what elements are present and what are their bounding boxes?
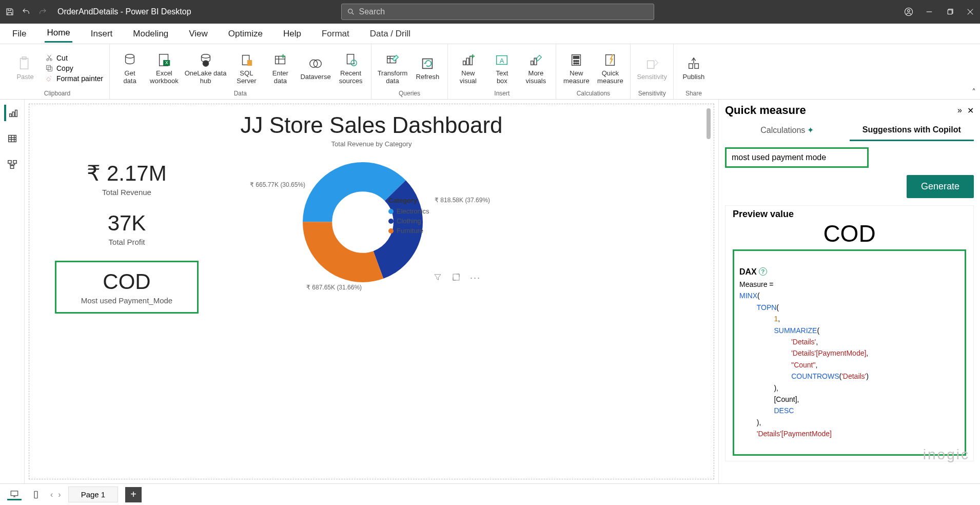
ribbon: Paste Cut Copy Format painter Clipboard … — [0, 44, 980, 100]
minimize-icon[interactable] — [925, 7, 934, 16]
menu-file[interactable]: File — [10, 26, 28, 42]
copy-button[interactable]: Copy — [45, 64, 103, 72]
kpi-total-profit[interactable]: 37K Total Profit — [55, 211, 199, 246]
more-visuals-button[interactable]: More visuals — [522, 51, 550, 85]
page-tab-1[interactable]: Page 1 — [68, 487, 119, 502]
menu-home[interactable]: Home — [45, 25, 72, 43]
copilot-prompt-input[interactable] — [725, 147, 869, 168]
cut-button[interactable]: Cut — [45, 54, 103, 62]
ribbon-group-data: Get data XExcel workbook OneLake data hu… — [110, 44, 371, 99]
ribbon-group-clipboard: Paste Cut Copy Format painter Clipboard — [5, 44, 110, 99]
legend-item-clothing[interactable]: Clothing — [388, 217, 429, 225]
format-painter-button[interactable]: Format painter — [45, 74, 103, 83]
dataverse-icon — [307, 55, 324, 72]
titlebar: OrderAndDetails - Power BI Desktop Searc… — [0, 0, 980, 24]
donut-label-clothing: ₹ 687.65K (31.66%) — [306, 284, 362, 291]
account-icon[interactable] — [904, 7, 913, 16]
onelake-button[interactable]: OneLake data hub — [185, 51, 227, 85]
kpi-total-revenue[interactable]: ₹ 2.17M Total Revenue — [55, 161, 199, 197]
scrollbar-thumb[interactable] — [707, 108, 711, 139]
svg-rect-49 — [13, 161, 16, 164]
svg-text:A: A — [500, 57, 504, 65]
svg-rect-56 — [34, 491, 37, 498]
menu-format[interactable]: Format — [320, 26, 351, 42]
svg-rect-45 — [12, 112, 14, 116]
desktop-layout-icon[interactable] — [7, 489, 22, 500]
restore-icon[interactable] — [945, 7, 954, 16]
search-placeholder: Search — [359, 7, 385, 16]
svg-rect-41 — [647, 61, 654, 69]
legend-item-electronics[interactable]: Electronics — [388, 207, 429, 215]
save-icon[interactable] — [5, 7, 14, 16]
svg-rect-4 — [21, 59, 28, 69]
more-options-icon[interactable]: ··· — [470, 273, 481, 284]
preview-value: COD — [726, 220, 973, 247]
search-box[interactable]: Search — [341, 4, 654, 20]
transform-data-button[interactable]: Transform data — [378, 51, 408, 85]
menu-optimize[interactable]: Optimize — [226, 26, 265, 42]
tab-copilot[interactable]: Suggestions with Copilot — [850, 120, 974, 141]
enter-data-button[interactable]: Enter data — [266, 51, 294, 85]
publish-button[interactable]: Publish — [680, 55, 708, 81]
model-view-icon[interactable] — [4, 156, 21, 172]
page-next-icon[interactable]: › — [58, 490, 61, 499]
sensitivity-button[interactable]: Sensitivity — [637, 55, 667, 81]
get-data-button[interactable]: Get data — [116, 51, 144, 85]
kpi-cod-card[interactable]: COD Most used Payment_Mode — [55, 261, 199, 314]
paste-button[interactable]: Paste — [11, 55, 39, 81]
menu-help[interactable]: Help — [281, 26, 303, 42]
excel-icon: X — [155, 51, 173, 69]
help-icon[interactable]: ? — [759, 267, 767, 276]
sql-server-button[interactable]: SQL Server — [232, 51, 260, 85]
legend-item-furniture[interactable]: Furniture — [388, 227, 429, 235]
add-page-button[interactable]: + — [125, 487, 142, 502]
recent-icon — [342, 51, 360, 69]
tab-calculations[interactable]: Calculations✦ — [725, 120, 850, 141]
menu-view[interactable]: View — [187, 26, 210, 42]
svg-point-38 — [576, 63, 577, 64]
dataverse-button[interactable]: Dataverse — [300, 55, 330, 81]
svg-rect-25 — [463, 61, 466, 65]
svg-point-14 — [201, 54, 210, 59]
quick-measure-button[interactable]: Quick measure — [596, 51, 624, 85]
ribbon-group-queries: Transform data Refresh Queries — [371, 44, 448, 99]
refresh-button[interactable]: Refresh — [414, 55, 441, 81]
svg-rect-46 — [15, 110, 17, 117]
refresh-icon — [419, 55, 436, 72]
excel-workbook-button[interactable]: XExcel workbook — [150, 51, 179, 85]
redo-icon[interactable] — [38, 7, 47, 16]
svg-rect-47 — [8, 135, 16, 142]
svg-rect-21 — [347, 54, 354, 64]
text-box-button[interactable]: AText box — [488, 51, 516, 85]
menu-insert[interactable]: Insert — [89, 26, 115, 42]
page-prev-icon[interactable]: ‹ — [50, 490, 53, 499]
dax-code-box: DAX? Measure = MINX( TOPN( 1, SUMMARIZE(… — [733, 249, 966, 456]
generate-button[interactable]: Generate — [907, 175, 974, 198]
pane-close-icon[interactable]: ✕ — [967, 106, 974, 115]
ribbon-group-share: Publish Share — [674, 44, 714, 99]
ribbon-collapse-icon[interactable]: ˄ — [972, 87, 976, 97]
dashboard-title: JJ Store Sales Dashboard — [42, 112, 701, 138]
report-page[interactable]: JJ Store Sales Dashboard Total Revenue b… — [29, 104, 714, 479]
close-icon[interactable] — [966, 7, 975, 16]
svg-rect-43 — [695, 64, 699, 68]
mobile-layout-icon[interactable] — [29, 489, 43, 500]
menu-modeling[interactable]: Modeling — [131, 26, 170, 42]
svg-rect-26 — [467, 58, 469, 65]
report-canvas-area: JJ Store Sales Dashboard Total Revenue b… — [25, 100, 718, 483]
pane-expand-icon[interactable]: » — [957, 106, 962, 115]
undo-icon[interactable] — [22, 7, 31, 16]
menu-data-drill[interactable]: Data / Drill — [368, 26, 413, 42]
focus-mode-icon[interactable] — [452, 273, 461, 284]
new-measure-button[interactable]: New measure — [562, 51, 590, 85]
sql-icon — [238, 51, 255, 69]
donut-chart-visual[interactable]: ₹ 818.58K (37.69%) ₹ 687.65K (31.66%) ₹ … — [234, 156, 491, 289]
filter-icon[interactable] — [433, 273, 442, 284]
new-visual-button[interactable]: New visual — [454, 51, 482, 85]
recent-sources-button[interactable]: Recent sources — [337, 51, 365, 85]
ribbon-group-sensitivity: Sensitivity Sensitivity — [631, 44, 674, 99]
report-view-icon[interactable] — [4, 105, 21, 121]
data-view-icon[interactable] — [4, 130, 21, 147]
svg-rect-42 — [689, 64, 693, 68]
chart-legend: Category Electronics Clothing Furniture — [388, 197, 429, 237]
